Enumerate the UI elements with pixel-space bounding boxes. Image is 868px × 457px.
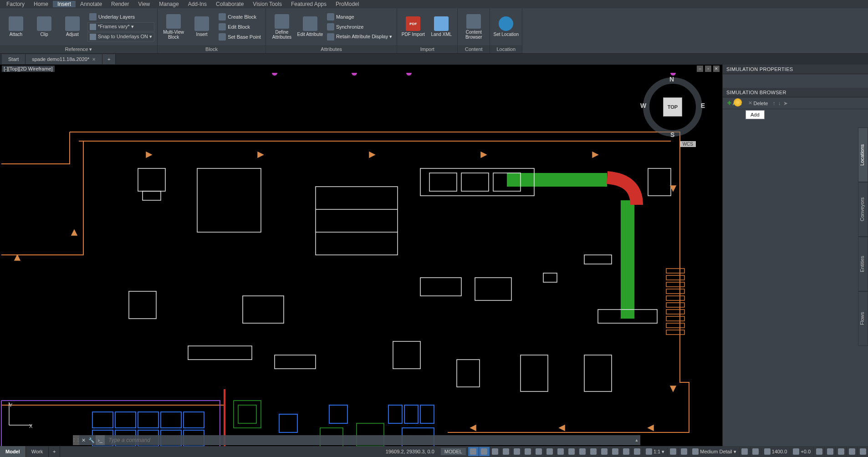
menu-annotate[interactable]: Annotate xyxy=(76,1,107,7)
detail-level[interactable]: Medium Detail ▾ xyxy=(689,448,739,455)
lwt-toggle[interactable] xyxy=(544,447,555,456)
filetab-new[interactable]: + xyxy=(102,54,116,64)
annotation-visibility-toggle[interactable] xyxy=(621,447,632,456)
viewcube-face[interactable]: TOP xyxy=(663,97,682,117)
hardware-accel-toggle[interactable] xyxy=(824,447,835,456)
elevation-value[interactable]: +0.0 xyxy=(790,448,813,455)
insert-block-button[interactable]: Insert xyxy=(189,10,215,43)
units-toggle[interactable] xyxy=(739,447,750,456)
set-basepoint-button[interactable]: Set Base Point xyxy=(217,32,263,41)
viewcube-east[interactable]: E xyxy=(701,102,705,109)
viewport-close-button[interactable]: ✕ xyxy=(713,66,720,72)
annotation-scale[interactable]: 1:1 ▾ xyxy=(643,448,667,455)
annotation-monitor[interactable] xyxy=(678,447,689,456)
selection-cycling-toggle[interactable] xyxy=(566,447,577,456)
layout-tab-model[interactable]: Model xyxy=(0,446,26,457)
retain-attribute-display-button[interactable]: Retain Attribute Display ▾ xyxy=(325,32,394,41)
viewport-maximize-button[interactable]: ▫ xyxy=(705,66,711,72)
gizmo-toggle[interactable] xyxy=(610,447,621,456)
cmdline-handle[interactable]: ⋮⋮ xyxy=(73,435,79,445)
multiview-block-button[interactable]: Multi-View Block xyxy=(160,10,187,43)
snapmode-toggle[interactable] xyxy=(479,447,490,456)
synchronize-button[interactable]: Synchronize xyxy=(325,22,394,31)
clip-button[interactable]: Clip xyxy=(31,10,57,43)
menu-insert[interactable]: Insert xyxy=(53,1,76,7)
viewport-minimize-button[interactable]: – xyxy=(697,66,703,72)
create-block-button[interactable]: Create Block xyxy=(217,12,263,21)
menu-visiontools[interactable]: Vision Tools xyxy=(248,1,286,7)
viewcube-west[interactable]: W xyxy=(640,102,646,109)
menu-render[interactable]: Render xyxy=(107,1,133,7)
underlay-layers-button[interactable]: Underlay Layers xyxy=(87,12,154,21)
define-attributes-button[interactable]: Define Attributes xyxy=(269,10,295,43)
dynucs-toggle[interactable] xyxy=(588,447,599,456)
autoscale-toggle[interactable] xyxy=(632,447,643,456)
viewcube-north[interactable]: N xyxy=(669,76,674,83)
menu-home[interactable]: Home xyxy=(29,1,53,7)
grid-toggle[interactable] xyxy=(468,447,479,456)
elevation-toggle[interactable] xyxy=(750,447,761,456)
osnap-toggle[interactable] xyxy=(522,447,533,456)
simulation-browser-title[interactable]: SIMULATION BROWSER xyxy=(723,88,868,97)
vtab-conveyors[interactable]: Conveyors xyxy=(858,182,868,237)
move-up-button[interactable]: ↑ xyxy=(772,100,775,107)
cmdline-close-button[interactable]: ✕ xyxy=(79,435,87,445)
cmdline-customize-icon[interactable]: 🔧 xyxy=(87,435,96,445)
menu-collaborate[interactable]: Collaborate xyxy=(211,1,248,7)
space-mode[interactable]: MODEL xyxy=(441,448,466,455)
snap-underlays-dropdown[interactable]: Snap to Underlays ON ▾ xyxy=(87,32,154,41)
menu-manage[interactable]: Manage xyxy=(154,1,183,7)
pdf-import-button[interactable]: PDFPDF Import xyxy=(400,10,426,43)
delete-button[interactable]: ✕Delete xyxy=(746,99,770,107)
wcs-badge[interactable]: WCS xyxy=(680,141,696,147)
filetab-start[interactable]: Start xyxy=(2,54,26,64)
viewport[interactable]: [-][Top][2D Wireframe] – ▫ ✕ xyxy=(0,65,722,446)
attach-button[interactable]: Attach xyxy=(3,10,29,43)
menu-factory[interactable]: Factory xyxy=(2,1,29,7)
clean-screen-toggle[interactable] xyxy=(846,447,857,456)
coordinates-readout[interactable]: 19609.2, 29390.3, 0.0 xyxy=(381,449,439,454)
selection-filter-toggle[interactable] xyxy=(599,447,610,456)
panel-title-reference[interactable]: Reference ▾ xyxy=(0,45,157,53)
move-down-button[interactable]: ↓ xyxy=(778,100,781,107)
3dosnap-toggle[interactable] xyxy=(577,447,588,456)
ortho-toggle[interactable] xyxy=(490,447,500,456)
frames-dropdown[interactable]: *Frames vary* ▾ xyxy=(87,22,154,31)
drawing-canvas[interactable] xyxy=(0,73,722,446)
menu-featuredapps[interactable]: Featured Apps xyxy=(286,1,331,7)
land-xml-button[interactable]: Land XML xyxy=(428,10,454,43)
menu-view[interactable]: View xyxy=(133,1,154,7)
viewcube[interactable]: TOP N S E W xyxy=(643,77,702,137)
cmdline-history-button[interactable]: ▲ xyxy=(633,438,640,442)
cut-plane-height[interactable]: 1400.0 xyxy=(761,448,790,455)
menu-promodel[interactable]: ProModel xyxy=(331,1,363,7)
set-location-button[interactable]: Set Location xyxy=(493,10,519,43)
layout-tab-work[interactable]: Work xyxy=(26,446,49,457)
adjust-button[interactable]: Adjust xyxy=(59,10,86,43)
command-input[interactable] xyxy=(105,437,633,443)
transparency-toggle[interactable] xyxy=(555,447,566,456)
customize-statusbar[interactable] xyxy=(857,447,868,456)
vtab-locations[interactable]: Locations xyxy=(858,127,868,182)
layout-tab-new[interactable]: + xyxy=(49,446,60,457)
viewcube-south[interactable]: S xyxy=(670,131,674,138)
simulation-properties-title[interactable]: SIMULATION PROPERTIES xyxy=(723,65,868,74)
edit-attribute-button[interactable]: Edit Attribute xyxy=(297,10,323,43)
manage-attributes-button[interactable]: Manage xyxy=(325,12,394,21)
editattr-label: Edit Attribute xyxy=(297,32,323,37)
replace-z-toggle[interactable] xyxy=(813,447,824,456)
annoscale-toggle[interactable] xyxy=(533,447,544,456)
isoplane-toggle[interactable] xyxy=(511,447,522,456)
edit-block-button[interactable]: Edit Block xyxy=(217,22,263,31)
filetab-close-icon[interactable]: ✕ xyxy=(92,57,96,62)
go-button[interactable]: ➤ xyxy=(783,100,788,107)
content-browser-button[interactable]: Content Browser xyxy=(460,10,487,43)
menu-addins[interactable]: Add-Ins xyxy=(184,1,211,7)
viewport-label[interactable]: [-][Top][2D Wireframe] xyxy=(2,66,55,72)
filetab-document[interactable]: spade demo11.18a.2020*✕ xyxy=(26,54,102,64)
isolate-objects-toggle[interactable] xyxy=(835,447,846,456)
workspace-switch[interactable] xyxy=(667,447,678,456)
vtab-entities[interactable]: Entities xyxy=(858,237,868,291)
polar-toggle[interactable] xyxy=(500,447,511,456)
vtab-flows[interactable]: Flows xyxy=(858,291,868,346)
